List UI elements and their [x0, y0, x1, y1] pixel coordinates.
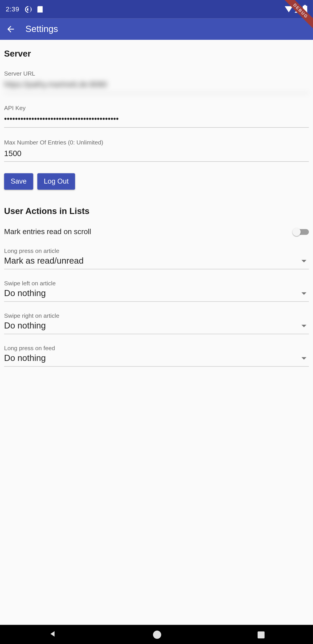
max-entries-value[interactable]: 1500 [4, 148, 309, 162]
long-press-feed-dropdown[interactable]: Long press on feed Do nothing [4, 345, 309, 367]
nav-back-button[interactable] [48, 630, 56, 640]
server-url-label: Server URL [4, 70, 309, 77]
swipe-right-label: Swipe right on article [4, 312, 309, 319]
long-press-feed-value: Do nothing [4, 353, 309, 363]
server-url-value[interactable]: https://pathy.martnett.de:8080 [4, 79, 309, 93]
android-nav-bar [0, 625, 313, 644]
chevron-down-icon [301, 357, 306, 360]
swipe-right-value: Do nothing [4, 321, 309, 331]
back-button[interactable] [4, 22, 17, 36]
api-key-label: API Key [4, 105, 309, 111]
swipe-left-dropdown[interactable]: Swipe left on article Do nothing [4, 280, 309, 302]
long-press-article-label: Long press on article [4, 248, 309, 254]
section-server-title: Server [4, 49, 309, 58]
arrow-back-icon [6, 24, 16, 34]
long-press-article-dropdown[interactable]: Long press on article Mark as read/unrea… [4, 248, 309, 270]
swipe-left-label: Swipe left on article [4, 280, 309, 287]
mark-on-scroll-switch[interactable] [293, 228, 309, 236]
chevron-down-icon [301, 260, 306, 262]
nav-recent-button[interactable] [258, 631, 265, 638]
settings-content[interactable]: Server Server URL https://pathy.martnett… [0, 40, 313, 625]
logout-button[interactable]: Log Out [37, 174, 75, 190]
mark-on-scroll-label: Mark entries read on scroll [4, 228, 91, 236]
status-time: 2:39 [6, 6, 19, 13]
long-press-feed-label: Long press on feed [4, 345, 309, 352]
max-entries-label: Max Number Of Entries (0: Unlimited) [4, 139, 309, 146]
switch-thumb [293, 228, 301, 236]
api-key-field[interactable]: API Key ••••••••••••••••••••••••••••••••… [4, 105, 309, 128]
sd-card-icon [37, 6, 43, 12]
chevron-down-icon [301, 292, 306, 295]
server-url-field[interactable]: Server URL https://pathy.martnett.de:808… [4, 70, 309, 93]
api-key-value[interactable]: ••••••••••••••••••••••••••••••••••••••••… [4, 114, 309, 128]
mark-on-scroll-row: Mark entries read on scroll [4, 228, 309, 236]
swipe-right-dropdown[interactable]: Swipe right on article Do nothing [4, 312, 309, 334]
page-title: Settings [25, 24, 58, 34]
triangle-back-icon [48, 630, 56, 638]
max-entries-field[interactable]: Max Number Of Entries (0: Unlimited) 150… [4, 139, 309, 162]
nav-home-button[interactable] [153, 630, 161, 639]
save-button[interactable]: Save [4, 174, 33, 190]
status-bar: 2:39 DEBUG [0, 0, 313, 18]
section-user-actions-title: User Actions in Lists [4, 206, 309, 216]
wifi-icon [285, 6, 293, 12]
long-press-article-value: Mark as read/unread [4, 256, 309, 266]
app-bar: Settings [0, 18, 313, 40]
chevron-down-icon [301, 325, 306, 327]
swipe-left-value: Do nothing [4, 288, 309, 298]
sync-icon [25, 6, 31, 12]
